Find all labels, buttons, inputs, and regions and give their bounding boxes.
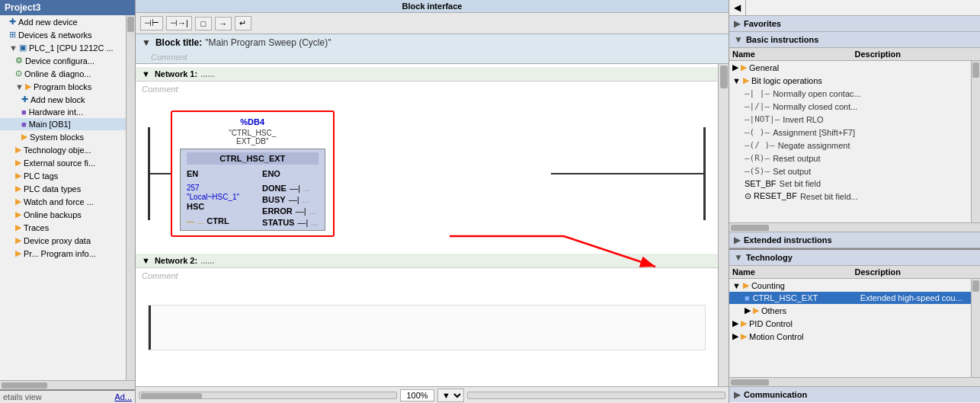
extended-expand: ▶ — [734, 235, 741, 245]
folder-sys-icon: ▶ — [21, 132, 27, 142]
fb-port-en: EN — [187, 169, 239, 178]
sidebar-item-add-device[interactable]: ✚ Add new device — [0, 15, 126, 28]
sidebar-item-system-blocks[interactable]: ▶ System blocks — [0, 130, 126, 143]
sidebar-item-main-ob1[interactable]: ■ Main [OB1] — [0, 118, 126, 130]
counting-item[interactable]: ▼ ▶ Counting — [729, 279, 971, 292]
others-item[interactable]: ▶ ▶ Others — [729, 304, 971, 317]
others-label: Others — [761, 306, 786, 315]
motion-control-item[interactable]: ▶ ▶ Motion Control — [729, 330, 971, 343]
basic-hscroll[interactable] — [729, 222, 980, 232]
sidebar-item-plc1[interactable]: ▼ ▣ PLC_1 [CPU 1212C ... — [0, 41, 126, 54]
communication-header[interactable]: ▶ Communication — [729, 386, 980, 402]
block-title-value: "Main Program Sweep (Cycle)" — [205, 37, 331, 48]
reset-item[interactable]: —(R)— Reset output — [729, 152, 971, 165]
set-item[interactable]: —(S)— Set output — [729, 165, 971, 178]
hsc-value: 257 — [187, 184, 239, 192]
system-blocks-label: System blocks — [30, 133, 84, 142]
reset-bf-item[interactable]: ⊙ RESET_BF Reset bit field... — [729, 190, 971, 203]
sidebar-scrollbar[interactable] — [126, 15, 135, 380]
sidebar-item-online-diag[interactable]: ⊙ Online & diagno... — [0, 67, 126, 80]
add-new-block-label: Add new block — [30, 95, 85, 104]
plus-icon: ✚ — [9, 17, 16, 27]
basic-instructions-header[interactable]: ▼ Basic instructions — [729, 32, 980, 48]
ladder-editor: ▼ Network 1: ...... Comment — [136, 64, 718, 386]
sidebar-item-devices-networks[interactable]: ⊞ Devices & networks — [0, 28, 126, 41]
fb-db-name: %DB4 — [240, 117, 264, 126]
contact-nc-icon: —|/|— — [745, 101, 770, 111]
basic-tree-vscroll[interactable] — [971, 61, 980, 222]
sidebar-item-watch-force[interactable]: ▶ Watch and force ... — [0, 195, 126, 208]
network1-triangle[interactable]: ▼ — [142, 69, 150, 78]
block-title-section: ▼ Block title: "Main Program Sweep (Cycl… — [136, 34, 729, 64]
not-item[interactable]: —|NOT|— Invert RLO — [729, 113, 971, 126]
close-branch-button[interactable]: ↵ — [235, 16, 251, 30]
pid-control-item[interactable]: ▶ ▶ PID Control — [729, 317, 971, 330]
ctrl-hsc-ext-desc: Extended high-speed cou... — [860, 293, 968, 302]
hscroll-bar2[interactable] — [467, 392, 725, 399]
bit-logic-folder-icon: ▶ — [743, 75, 749, 85]
editor-area: ▼ Network 1: ...... Comment — [136, 64, 729, 386]
sidebar-item-add-new-block[interactable]: ✚ Add new block — [0, 93, 126, 106]
sidebar-item-online-backups[interactable]: ▶ Online backups — [0, 208, 126, 221]
general-item[interactable]: ▶ ▶ General — [729, 61, 971, 74]
right-panel: ◀ ▶ Favorites ▼ Basic instructions Name — [729, 0, 980, 403]
program-info-label: Pr... Program info... — [24, 249, 96, 258]
sidebar-item-device-proxy[interactable]: ▶ Device proxy data — [0, 234, 126, 247]
sidebar-item-external-source[interactable]: ▶ External source fi... — [0, 156, 126, 169]
contact-nc-desc: Normally closed cont... — [773, 102, 968, 111]
collapse-triangle[interactable]: ▼ — [142, 37, 151, 48]
sidebar-item-plc-data-types[interactable]: ▶ PLC data types — [0, 182, 126, 195]
contact-button[interactable]: ⊣⊢ — [140, 16, 163, 30]
busy-port-name: BUSY — [262, 195, 286, 204]
sidebar-item-hardware-int[interactable]: ■ Hardware int... — [0, 106, 126, 118]
bit-logic-label: Bit logic operations — [751, 76, 822, 85]
coil-button[interactable]: ⊣→| — [166, 16, 192, 30]
fb-instance-name2: EXT_DB" — [180, 137, 325, 146]
negate-item[interactable]: —(/ )— Negate assignment — [729, 139, 971, 152]
error-dots: ... — [309, 206, 316, 216]
sidebar-item-plc-tags[interactable]: ▶ PLC tags — [0, 169, 126, 182]
assign-item[interactable]: —( )— Assignment [Shift+F7] — [729, 126, 971, 139]
hscroll-bar[interactable] — [139, 392, 397, 399]
branch-button[interactable]: → — [215, 17, 232, 30]
right-panel-left-arrow[interactable]: ◀ — [729, 0, 746, 15]
network2-content — [148, 305, 706, 350]
contact-no-item[interactable]: —| |— Normally open contac... — [729, 87, 971, 100]
fb-db-header: %DB4 — [180, 117, 325, 127]
extended-instructions-header[interactable]: ▶ Extended instructions — [729, 232, 980, 248]
sidebar-hscroll[interactable] — [0, 380, 135, 389]
box-button[interactable]: □ — [195, 17, 212, 30]
tech-tree-vscroll[interactable] — [971, 279, 980, 377]
network2-triangle[interactable]: ▼ — [142, 256, 150, 265]
fb-left-ports: EN 257 "Local~HSC_1" HSC — [187, 169, 239, 227]
zoom-input[interactable] — [400, 389, 434, 401]
folder-wf-icon: ▶ — [15, 197, 21, 206]
sidebar-item-technology[interactable]: ▶ Technology obje... — [0, 143, 126, 156]
favorites-section-header[interactable]: ▶ Favorites — [729, 16, 980, 32]
motion-folder-icon: ▶ — [741, 331, 747, 341]
tech-hscroll[interactable] — [729, 377, 980, 386]
technology-label: Technology obje... — [24, 146, 91, 155]
set-bf-item[interactable]: SET_BF Set bit field — [729, 178, 971, 190]
counting-folder-icon: ▶ — [743, 280, 749, 290]
add-label[interactable]: Ad... — [114, 392, 132, 401]
negate-desc: Negate assignment — [778, 141, 968, 150]
general-expand: ▶ — [732, 62, 738, 72]
tech-col-name: Name — [732, 267, 855, 277]
communication-label: Communication — [744, 390, 807, 399]
contact-no-desc: Normally open contac... — [773, 89, 968, 98]
editor-vscroll[interactable] — [718, 64, 729, 386]
sidebar-item-program-info[interactable]: ▶ Pr... Program info... — [0, 247, 126, 260]
ctrl-hsc-ext-item[interactable]: ■ CTRL_HSC_EXT Extended high-speed cou..… — [729, 292, 971, 304]
sidebar-item-program-blocks[interactable]: ▼ ▶ Program blocks — [0, 80, 126, 93]
hsc-ref: "Local~HSC_1" — [187, 193, 239, 201]
eno-port-name: ENO — [262, 169, 280, 178]
sidebar-item-traces[interactable]: ▶ Traces — [0, 221, 126, 234]
basic-instructions-label: Basic instructions — [746, 35, 818, 44]
bit-logic-item[interactable]: ▼ ▶ Bit logic operations — [729, 74, 971, 87]
zoom-select[interactable]: ▼ — [437, 389, 464, 402]
network-2-header: ▼ Network 2: ...... — [136, 254, 718, 268]
contact-nc-item[interactable]: —|/|— Normally closed cont... — [729, 100, 971, 113]
sidebar-item-device-config[interactable]: ⚙ Device configura... — [0, 54, 126, 67]
technology-section-header[interactable]: ▼ Technology — [729, 250, 980, 266]
